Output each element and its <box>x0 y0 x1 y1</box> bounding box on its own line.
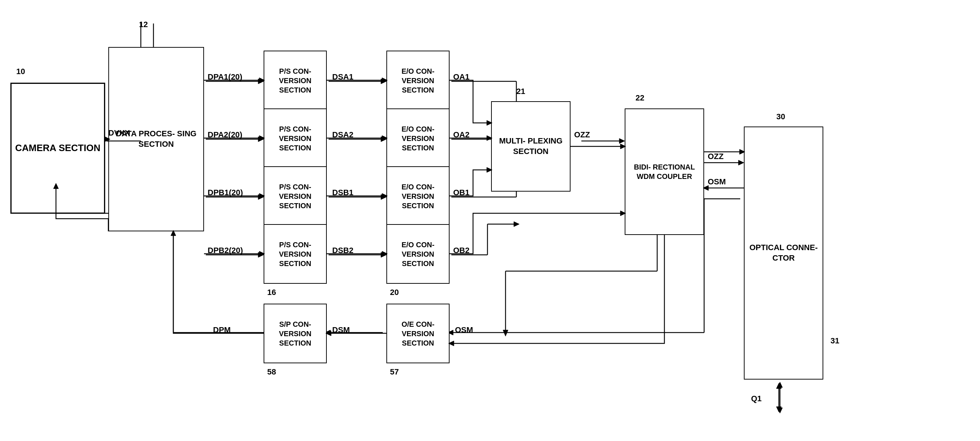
ref-21: 21 <box>516 87 525 96</box>
dpb2-label: DPB2(20) <box>208 246 243 255</box>
ref-20: 20 <box>390 288 399 297</box>
dsb2-label: DSB2 <box>332 246 353 255</box>
svg-marker-39 <box>619 139 625 144</box>
ps-conv-b1-block: P/S CON- VERSION SECTION <box>264 166 327 226</box>
svg-marker-20 <box>381 137 387 142</box>
optical-connector-block: OPTICAL CONNE- CTOR <box>744 126 823 380</box>
osm-label-1: OSM <box>708 177 726 187</box>
svg-marker-56 <box>776 383 781 388</box>
ref-10: 10 <box>16 67 25 76</box>
eo-conv-b1-block: E/O CON- VERSION SECTION <box>387 166 450 226</box>
ps-conv-a2-block: P/S CON- VERSION SECTION <box>264 109 327 168</box>
ref-12: 12 <box>139 20 148 29</box>
dsb1-label: DSB1 <box>332 188 353 197</box>
svg-marker-18 <box>381 79 387 84</box>
oa1-label: OA1 <box>453 72 469 82</box>
bidi-wdm-block: BIDI- RECTIONAL WDM COUPLER <box>625 109 704 235</box>
multiplexing-block: MULTI- PLEXING SECTION <box>491 101 571 192</box>
svg-marker-14 <box>258 195 264 200</box>
sp-conv-block: S/P CON- VERSION SECTION <box>264 304 327 363</box>
svg-marker-84 <box>778 408 783 413</box>
eo-conv-a2-block: E/O CON- VERSION SECTION <box>387 109 450 168</box>
svg-marker-24 <box>381 252 387 257</box>
svg-marker-57 <box>776 407 781 412</box>
oe-conv-block: O/E CON- VERSION SECTION <box>387 304 450 363</box>
ozz-label-1: OZZ <box>574 130 590 139</box>
dvxx-label: DVXX <box>108 128 130 138</box>
ps-conv-a1-block: P/S CON- VERSION SECTION <box>264 51 327 110</box>
data-processing-block: DATA PROCES- SING SECTION <box>108 47 204 231</box>
svg-marker-10 <box>258 79 264 84</box>
ref-16: 16 <box>267 288 276 297</box>
oa2-label: OA2 <box>453 130 469 139</box>
svg-marker-41 <box>738 160 744 165</box>
osm-label-2: OSM <box>455 325 473 335</box>
ref-30: 30 <box>776 112 785 121</box>
dsa1-label: DSA1 <box>332 72 353 82</box>
ref-31: 31 <box>830 336 839 345</box>
dpm-label: DPM <box>213 325 231 335</box>
ref-58: 58 <box>267 367 276 377</box>
ref-57: 57 <box>390 367 399 377</box>
ref-22: 22 <box>636 93 644 103</box>
svg-marker-49 <box>503 330 508 336</box>
diagram: CAMERA SECTION 10 DATA PROCES- SING SECT… <box>0 0 980 441</box>
dpa2-label: DPA2(20) <box>208 130 242 139</box>
dpb1-label: DPB1(20) <box>208 188 243 197</box>
svg-marker-37 <box>514 222 519 227</box>
eo-conv-b2-block: E/O CON- VERSION SECTION <box>387 224 450 284</box>
camera-section-block: CAMERA SECTION <box>11 83 105 213</box>
dpa1-label: DPA1(20) <box>208 72 242 82</box>
ob1-label: OB1 <box>453 188 469 197</box>
ob2-label: OB2 <box>453 246 469 255</box>
ps-conv-b2-block: P/S CON- VERSION SECTION <box>264 224 327 284</box>
svg-marker-83 <box>778 382 783 388</box>
svg-marker-22 <box>381 195 387 200</box>
q1-label: Q1 <box>751 394 762 403</box>
svg-marker-12 <box>258 137 264 142</box>
dsa2-label: DSA2 <box>332 130 353 139</box>
dsm-label: DSM <box>332 325 350 335</box>
ozz-label-2: OZZ <box>708 152 724 161</box>
eo-conv-a1-block: E/O CON- VERSION SECTION <box>387 51 450 110</box>
svg-marker-16 <box>258 252 264 257</box>
